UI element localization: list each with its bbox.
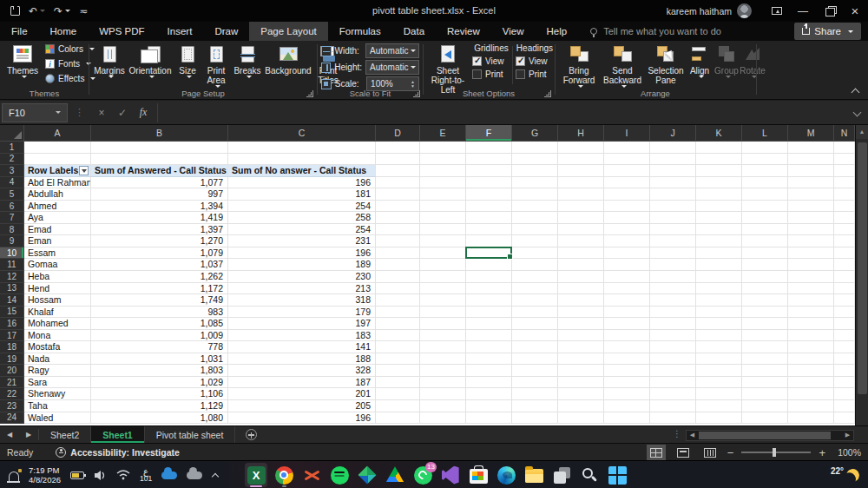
- cell-K11[interactable]: [696, 259, 742, 271]
- customize-quick-access-icon[interactable]: ≂: [79, 5, 88, 17]
- cell-C1[interactable]: [228, 142, 376, 154]
- ribbon-tab-help[interactable]: Help: [535, 22, 578, 41]
- cell-L12[interactable]: [742, 271, 788, 283]
- ribbon-tab-wps-pdf[interactable]: WPS PDF: [88, 22, 155, 41]
- cell-F24[interactable]: [466, 412, 512, 425]
- themes-button[interactable]: Themes: [4, 43, 41, 78]
- battery-icon[interactable]: [70, 472, 84, 479]
- cell-B18[interactable]: 778: [91, 341, 228, 353]
- cell-A15[interactable]: Khalaf: [24, 307, 91, 319]
- cell-G18[interactable]: [512, 341, 558, 353]
- cell-D15[interactable]: [376, 307, 420, 319]
- align-button[interactable]: Align: [686, 43, 713, 78]
- cell-H22[interactable]: [558, 388, 604, 400]
- cell-E9[interactable]: [420, 235, 466, 247]
- collapse-ribbon-icon[interactable]: [851, 89, 861, 96]
- cell-J24[interactable]: [650, 412, 696, 425]
- cell-G4[interactable]: [512, 177, 558, 189]
- cell-H19[interactable]: [558, 353, 604, 366]
- cell-N20[interactable]: [834, 365, 855, 377]
- cell-C23[interactable]: 205: [228, 400, 376, 412]
- cell-M24[interactable]: [788, 412, 834, 425]
- row-header-5[interactable]: 5: [0, 188, 24, 201]
- cell-A13[interactable]: Hend: [24, 283, 91, 295]
- cell-H10[interactable]: [558, 247, 604, 260]
- cell-N6[interactable]: [834, 201, 855, 213]
- cell-D10[interactable]: [376, 247, 420, 260]
- gridlines-view-checkbox[interactable]: View: [472, 55, 510, 68]
- cell-I7[interactable]: [604, 212, 650, 224]
- vertical-scrollbar-thumb[interactable]: [858, 142, 867, 394]
- cell-N4[interactable]: [834, 177, 855, 189]
- input-language-indicator[interactable]: ع 101: [140, 468, 152, 482]
- cell-F1[interactable]: [466, 142, 512, 154]
- cell-G23[interactable]: [512, 400, 558, 412]
- cell-G16[interactable]: [512, 318, 558, 330]
- cell-I21[interactable]: [604, 377, 650, 389]
- cell-H5[interactable]: [558, 188, 604, 201]
- cell-F4[interactable]: [466, 177, 512, 189]
- cell-B14[interactable]: 1,749: [91, 294, 228, 307]
- cell-N16[interactable]: [834, 318, 855, 330]
- cell-H12[interactable]: [558, 271, 604, 283]
- accessibility-status[interactable]: Accessibility: Investigate: [56, 447, 179, 458]
- cell-I12[interactable]: [604, 271, 650, 283]
- cell-L19[interactable]: [742, 353, 788, 366]
- ribbon-tab-data[interactable]: Data: [392, 22, 436, 41]
- cell-D16[interactable]: [376, 318, 420, 330]
- cell-C7[interactable]: 258: [228, 212, 376, 224]
- cell-F17[interactable]: [466, 330, 512, 342]
- cell-D1[interactable]: [376, 142, 420, 154]
- cell-L20[interactable]: [742, 365, 788, 377]
- ribbon-tab-home[interactable]: Home: [39, 22, 89, 41]
- cell-A21[interactable]: Sara: [24, 377, 91, 389]
- bring-forward-button[interactable]: Bring Forward: [559, 43, 599, 88]
- cell-I16[interactable]: [604, 318, 650, 330]
- cell-J19[interactable]: [650, 353, 696, 366]
- cell-F7[interactable]: [466, 212, 512, 224]
- cell-A14[interactable]: Hossam: [24, 294, 91, 307]
- cell-G2[interactable]: [512, 154, 558, 166]
- cell-L13[interactable]: [742, 283, 788, 295]
- cell-J16[interactable]: [650, 318, 696, 330]
- cell-A8[interactable]: Emad: [24, 224, 91, 236]
- cell-A5[interactable]: Abdullah: [24, 188, 91, 201]
- row-header-4[interactable]: 4: [0, 177, 24, 189]
- page-break-preview-button[interactable]: [700, 445, 720, 460]
- cell-E6[interactable]: [420, 201, 466, 213]
- cell-D22[interactable]: [376, 388, 420, 400]
- cell-N9[interactable]: [834, 235, 855, 247]
- cell-J6[interactable]: [650, 201, 696, 213]
- cell-M18[interactable]: [788, 341, 834, 353]
- cell-N19[interactable]: [834, 353, 855, 366]
- cell-J9[interactable]: [650, 235, 696, 247]
- row-header-9[interactable]: 9: [0, 235, 24, 247]
- cell-F5[interactable]: [466, 188, 512, 201]
- cell-F3[interactable]: [466, 165, 512, 177]
- save-icon[interactable]: [10, 6, 20, 16]
- cell-M11[interactable]: [788, 259, 834, 271]
- cancel-entry-icon[interactable]: ×: [91, 107, 112, 119]
- insert-function-icon[interactable]: fx: [133, 106, 154, 119]
- cell-A23[interactable]: Taha: [24, 400, 91, 412]
- cell-G12[interactable]: [512, 271, 558, 283]
- cell-L4[interactable]: [742, 177, 788, 189]
- cell-F8[interactable]: [466, 224, 512, 236]
- cell-N8[interactable]: [834, 224, 855, 236]
- cell-H17[interactable]: [558, 330, 604, 342]
- ribbon-tab-draw[interactable]: Draw: [203, 22, 249, 41]
- page-setup-dialog-launcher[interactable]: [306, 90, 313, 97]
- cell-B9[interactable]: 1,270: [91, 235, 228, 247]
- cell-N3[interactable]: [834, 165, 855, 177]
- cell-B17[interactable]: 1,009: [91, 330, 228, 342]
- row-header-12[interactable]: 12: [0, 271, 24, 283]
- taskbar-app-google-drive[interactable]: [384, 463, 406, 487]
- cell-L14[interactable]: [742, 294, 788, 307]
- cell-N11[interactable]: [834, 259, 855, 271]
- row-header-1[interactable]: 1: [0, 142, 24, 154]
- sheet-right-to-left-button[interactable]: Sheet Right-to-Left: [425, 43, 470, 95]
- cell-E10[interactable]: [420, 247, 466, 260]
- cell-F6[interactable]: [466, 201, 512, 213]
- cell-N24[interactable]: [834, 412, 855, 425]
- cell-J1[interactable]: [650, 142, 696, 154]
